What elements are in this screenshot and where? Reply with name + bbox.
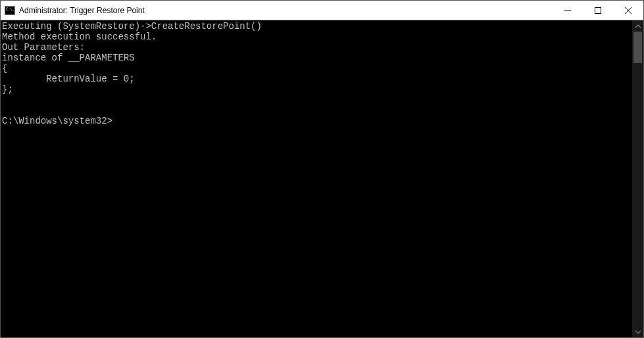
chevron-down-icon (635, 329, 641, 335)
cmd-icon-text: C:\. (6, 7, 14, 11)
maximize-icon (595, 7, 601, 14)
maximize-button[interactable] (583, 1, 613, 20)
cursor (112, 116, 118, 126)
scroll-up-arrow[interactable] (632, 20, 643, 32)
scroll-down-arrow[interactable] (632, 326, 643, 337)
window-title: Administrator: Trigger Restore Point (19, 6, 145, 15)
console-output[interactable]: Executing (SystemRestore)->CreateRestore… (1, 20, 632, 337)
scroll-thumb[interactable] (633, 32, 642, 63)
window-controls (553, 1, 643, 20)
titlebar-left: C:\. Administrator: Trigger Restore Poin… (1, 6, 145, 15)
chevron-up-icon (635, 24, 641, 29)
prompt: C:\Windows\system32> (2, 116, 112, 126)
minimize-icon (564, 7, 571, 14)
close-icon (625, 7, 632, 14)
console-wrapper: Executing (SystemRestore)->CreateRestore… (1, 20, 643, 337)
minimize-button[interactable] (553, 1, 583, 20)
close-button[interactable] (613, 1, 643, 20)
scroll-track[interactable] (632, 32, 643, 326)
cmd-icon: C:\. (5, 6, 15, 15)
vertical-scrollbar[interactable] (632, 20, 643, 337)
console-text: Executing (SystemRestore)->CreateRestore… (2, 21, 262, 95)
titlebar[interactable]: C:\. Administrator: Trigger Restore Poin… (1, 1, 643, 20)
svg-rect-1 (595, 7, 601, 13)
